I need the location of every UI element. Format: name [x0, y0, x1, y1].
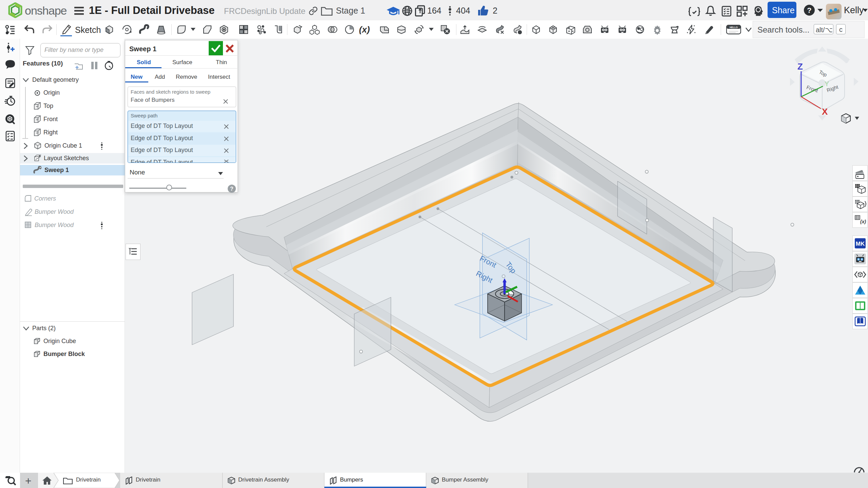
svg-text:Z: Z: [797, 61, 803, 72]
svg-text:HELLO: HELLO: [730, 26, 738, 29]
svg-text:(x): (x): [860, 219, 866, 224]
svg-text:Y: Y: [825, 80, 829, 88]
svg-text:X: X: [822, 107, 828, 117]
svg-text:MK: MK: [856, 241, 865, 247]
svg-text:?: ?: [807, 6, 811, 15]
svg-text:?: ?: [230, 186, 233, 192]
